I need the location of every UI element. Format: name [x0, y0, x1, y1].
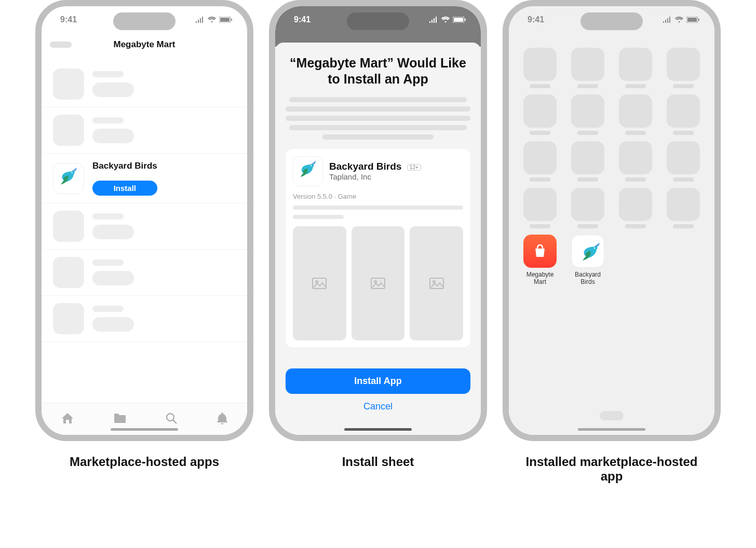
phone-home-screen: 9:41: [503, 0, 721, 441]
age-rating-badge: 12+: [407, 164, 421, 171]
app-card: Backyard Birds 12+ Tapland, Inc Version …: [286, 149, 470, 348]
status-indicators: [195, 17, 233, 23]
app-icon-placeholder[interactable]: [616, 188, 655, 228]
caption-install-sheet: Install sheet: [342, 455, 414, 469]
placeholder-pill: [92, 317, 134, 332]
placeholder-line: [92, 71, 124, 77]
svg-line-5: [173, 420, 177, 423]
app-icon-placeholder[interactable]: [520, 188, 560, 228]
placeholder-line: [92, 117, 124, 124]
app-icon-placeholder[interactable]: [664, 188, 703, 228]
app-label: Backyard Birds: [568, 271, 608, 286]
app-icon-placeholder[interactable]: [616, 94, 655, 135]
placeholder-line: [92, 213, 124, 220]
hummingbird-icon: [293, 157, 317, 180]
app-icon-placeholder: [53, 303, 84, 334]
hummingbird-icon: [53, 163, 77, 187]
image-icon: [371, 278, 385, 289]
list-item[interactable]: [42, 203, 247, 250]
svg-point-4: [167, 414, 174, 421]
status-indicators: [663, 17, 700, 23]
screenshot-placeholder[interactable]: [352, 226, 405, 340]
app-icon-backyard-birds: [293, 156, 323, 186]
home-indicator[interactable]: [344, 428, 412, 431]
app-icon-placeholder: [53, 115, 84, 146]
home-indicator[interactable]: [578, 428, 645, 431]
svg-rect-2: [231, 19, 232, 21]
screenshot-placeholder[interactable]: [410, 226, 463, 340]
cancel-button[interactable]: Cancel: [286, 394, 470, 419]
app-name: Backyard Birds: [92, 161, 157, 171]
battery-icon: [453, 17, 466, 23]
status-indicators: [429, 17, 466, 23]
caption-marketplace: Marketplace-hosted apps: [70, 455, 219, 469]
app-icon-placeholder[interactable]: [520, 48, 560, 88]
svg-rect-1: [220, 18, 230, 22]
app-icon-placeholder[interactable]: [568, 94, 608, 135]
app-icon-placeholder: [53, 211, 84, 242]
wifi-icon: [675, 17, 683, 23]
home-indicator[interactable]: [111, 428, 178, 431]
svg-point-9: [310, 165, 312, 166]
dynamic-island: [113, 12, 176, 30]
svg-rect-8: [465, 19, 466, 21]
cellular-icon: [195, 17, 205, 23]
page-dots[interactable]: [600, 411, 624, 420]
svg-rect-18: [698, 19, 699, 21]
wifi-icon: [441, 17, 450, 23]
tab-search[interactable]: [165, 412, 178, 427]
back-button-placeholder[interactable]: [50, 42, 72, 48]
publisher-name: Tapland, Inc: [329, 172, 421, 181]
install-app-button[interactable]: Install App: [286, 368, 470, 394]
app-icon-megabyte-mart[interactable]: Megabyte Mart: [520, 235, 560, 286]
status-time: 9:41: [60, 15, 77, 24]
svg-point-3: [71, 172, 72, 173]
dynamic-island: [347, 12, 409, 30]
status-time: 9:41: [528, 15, 544, 24]
install-sheet: “Megabyte Mart” Would Like to Install an…: [275, 43, 481, 435]
placeholder-pill: [92, 83, 134, 97]
placeholder-pill: [92, 271, 134, 285]
tab-categories[interactable]: [113, 413, 127, 426]
list-item[interactable]: [42, 250, 247, 296]
caption-home: Installed marketplace-hosted app: [518, 455, 705, 484]
dynamic-island: [580, 12, 643, 30]
screenshot-placeholder[interactable]: [293, 226, 346, 340]
image-icon: [312, 278, 327, 289]
svg-point-19: [594, 248, 595, 249]
svg-point-13: [374, 281, 376, 283]
sheet-title: “Megabyte Mart” Would Like to Install an…: [286, 55, 470, 88]
app-name: Backyard Birds: [329, 161, 401, 172]
app-icon-placeholder[interactable]: [520, 141, 560, 182]
app-icon-backyard-birds[interactable]: Backyard Birds: [568, 235, 608, 286]
tab-notifications[interactable]: [217, 412, 228, 427]
battery-icon: [219, 17, 233, 23]
list-item[interactable]: [42, 107, 247, 154]
app-icon-placeholder: [53, 68, 84, 100]
app-icon-placeholder[interactable]: [616, 48, 655, 88]
battery-icon: [686, 17, 700, 23]
tab-home[interactable]: [61, 412, 74, 427]
screenshots-row[interactable]: [293, 226, 463, 340]
image-icon: [429, 278, 444, 289]
marketplace-list: Backyard Birds Install: [42, 58, 247, 403]
list-item-backyard-birds[interactable]: Backyard Birds Install: [42, 154, 247, 203]
cellular-icon: [429, 17, 438, 23]
home-icon: [61, 412, 74, 424]
shopping-bag-icon: [531, 242, 549, 260]
app-icon-placeholder[interactable]: [568, 188, 608, 228]
list-item[interactable]: [42, 296, 247, 342]
app-icon-placeholder[interactable]: [664, 141, 703, 182]
install-button[interactable]: Install: [92, 181, 157, 196]
bell-icon: [217, 412, 228, 424]
placeholder-line: [293, 206, 463, 210]
nav-title: Megabyte Mart: [113, 39, 175, 50]
app-icon-placeholder[interactable]: [664, 94, 703, 135]
app-icon-placeholder[interactable]: [616, 141, 655, 182]
app-icon-placeholder[interactable]: [568, 48, 608, 88]
svg-rect-17: [687, 18, 697, 22]
app-icon-placeholder[interactable]: [520, 94, 560, 135]
app-icon-placeholder[interactable]: [568, 141, 608, 182]
list-item[interactable]: [42, 58, 247, 107]
app-icon-placeholder[interactable]: [664, 48, 703, 88]
